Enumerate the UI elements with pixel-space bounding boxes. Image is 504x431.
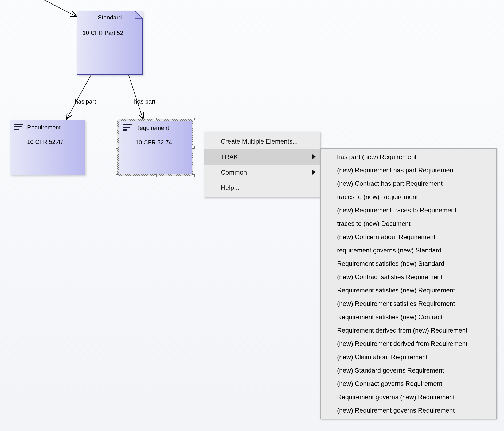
submenu-item[interactable]: (new) Requirement traces to Requirement	[321, 204, 496, 217]
submenu-item[interactable]: Requirement governs (new) Requirement	[321, 390, 496, 404]
submenu-item[interactable]: Requirement satisfies (new) Requirement	[321, 284, 496, 297]
submenu-item-label: has part (new) Requirement	[337, 153, 416, 160]
submenu-item[interactable]: Requirement satisfies (new) Standard	[321, 257, 496, 270]
menu-item-label: Create Multiple Elements...	[221, 138, 298, 145]
submenu-item[interactable]: (new) Contract has part Requirement	[321, 177, 496, 190]
submenu-item[interactable]: (new) Requirement has part Requirement	[321, 164, 496, 177]
submenu-item[interactable]: (new) Contract governs Requirement	[321, 377, 496, 390]
submenu-item-label: (new) Requirement satisfies Requirement	[337, 300, 455, 307]
selection-handle[interactable]	[192, 146, 195, 149]
connector-has-part-left[interactable]	[67, 75, 91, 119]
connector-label-left: has part	[75, 98, 96, 105]
svg-marker-5	[312, 154, 316, 159]
menu-item-trak[interactable]: TRAK	[204, 149, 320, 165]
requirement-stereotype: Requirement	[27, 124, 61, 131]
requirement-stereotype: Requirement	[135, 125, 169, 132]
chevron-right-icon	[312, 165, 316, 180]
submenu-item[interactable]: Requirement satisfies (new) Contract	[321, 310, 496, 324]
requirement-name: 10 CFR 52.74	[135, 139, 172, 146]
connector-incoming	[29, 0, 76, 17]
selection-hatch: Requirement 10 CFR 52.74	[117, 119, 193, 176]
selection-handle[interactable]	[154, 118, 157, 120]
submenu-item-label: Requirement satisfies (new) Contract	[337, 313, 443, 321]
submenu-item-label: Requirement satisfies (new) Requirement	[337, 287, 455, 294]
submenu-item-label: (new) Concern about Requirement	[337, 233, 435, 240]
submenu-item-label: traces to (new) Requirement	[337, 193, 418, 200]
menu-item-label: Help...	[221, 184, 239, 191]
submenu-item[interactable]: (new) Concern about Requirement	[321, 230, 496, 244]
submenu-item-label: requirement governs (new) Standard	[337, 247, 442, 254]
submenu-item-label: (new) Contract has part Requirement	[337, 180, 443, 187]
requirement-node-right-selected[interactable]: Requirement 10 CFR 52.74	[117, 119, 193, 176]
requirement-node-right[interactable]: Requirement 10 CFR 52.74	[119, 121, 192, 174]
selection-handle[interactable]	[116, 174, 118, 177]
submenu-item-label: Requirement governs (new) Requirement	[337, 393, 455, 401]
submenu-item[interactable]: (new) Standard governs Requirement	[321, 364, 496, 377]
submenu-item-label: (new) Claim about Requirement	[337, 353, 428, 361]
requirement-icon	[123, 124, 132, 131]
menu-item-label: TRAK	[221, 153, 238, 160]
submenu-item[interactable]: requirement governs (new) Standard	[321, 244, 496, 257]
submenu-trak[interactable]: has part (new) Requirement(new) Requirem…	[320, 148, 497, 419]
requirement-node-left[interactable]: Requirement 10 CFR 52.47	[10, 120, 85, 175]
menu-item-common[interactable]: Common	[204, 165, 320, 180]
chevron-right-icon	[312, 149, 316, 165]
submenu-item-label: (new) Requirement governs Requirement	[337, 407, 455, 414]
submenu-item[interactable]: traces to (new) Requirement	[321, 190, 496, 204]
document-ear-icon	[135, 11, 143, 19]
standard-stereotype: Standard	[77, 14, 142, 21]
standard-name: 10 CFR Part 52	[83, 30, 123, 37]
connector-has-part-right[interactable]	[129, 75, 143, 119]
selection-handle[interactable]	[192, 118, 195, 120]
submenu-item-label: (new) Requirement has part Requirement	[337, 167, 455, 174]
submenu-item[interactable]: (new) Requirement satisfies Requirement	[321, 297, 496, 310]
submenu-item[interactable]: Requirement derived from (new) Requireme…	[321, 324, 496, 337]
submenu-item-label: (new) Contract satisfies Requirement	[337, 273, 443, 280]
menu-item-label: Common	[221, 169, 247, 176]
selection-handle[interactable]	[116, 118, 118, 120]
selection-handle[interactable]	[116, 146, 118, 149]
submenu-item[interactable]: (new) Claim about Requirement	[321, 350, 496, 364]
diagram-canvas[interactable]: Standard 10 CFR Part 52 has part has par…	[0, 0, 504, 431]
context-menu[interactable]: Create Multiple Elements... TRAK Common …	[204, 132, 320, 197]
standard-node[interactable]: Standard 10 CFR Part 52	[77, 11, 143, 75]
menu-item-create-multiple[interactable]: Create Multiple Elements...	[204, 134, 320, 149]
selection-handle[interactable]	[192, 174, 195, 177]
menu-item-help[interactable]: Help...	[204, 180, 320, 196]
connector-label-right: has part	[134, 98, 155, 105]
submenu-item-label: Requirement derived from (new) Requireme…	[337, 327, 467, 334]
submenu-item-label: (new) Contract governs Requirement	[337, 380, 442, 387]
submenu-item-label: traces to (new) Document	[337, 220, 411, 227]
submenu-item-label: (new) Requirement traces to Requirement	[337, 207, 456, 214]
submenu-item[interactable]: (new) Contract satisfies Requirement	[321, 270, 496, 284]
requirement-icon	[14, 124, 23, 130]
requirement-name: 10 CFR 52.47	[27, 139, 64, 145]
submenu-item[interactable]: has part (new) Requirement	[321, 150, 496, 164]
submenu-item[interactable]: traces to (new) Document	[321, 217, 496, 230]
svg-marker-6	[312, 170, 316, 175]
submenu-item-label: Requirement satisfies (new) Standard	[337, 260, 444, 267]
submenu-item[interactable]: (new) Requirement derived from Requireme…	[321, 337, 496, 350]
submenu-item-label: (new) Requirement derived from Requireme…	[337, 340, 467, 347]
submenu-item[interactable]: (new) Requirement governs Requirement	[321, 404, 496, 417]
selection-handle[interactable]	[154, 174, 157, 177]
submenu-item-label: (new) Standard governs Requirement	[337, 367, 444, 374]
